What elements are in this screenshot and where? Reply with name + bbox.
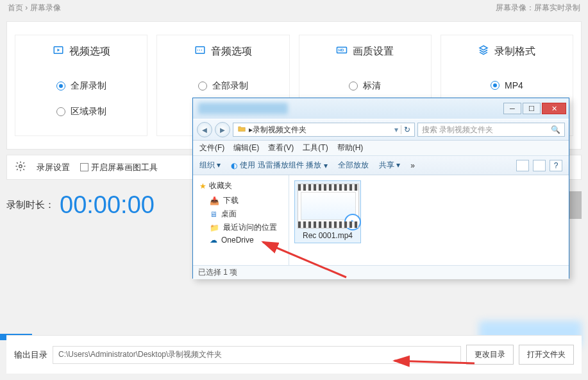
output-label: 输出目录	[14, 349, 47, 361]
desktop-icon: 🖥	[210, 210, 217, 219]
nav-bar: ◄ ► ▸ 录制视频文件夹 ▾ ↻ 搜索 录制视频文件夹 🔍	[193, 119, 569, 141]
svg-text:HD: HD	[339, 48, 344, 52]
hd-icon: HD	[336, 44, 348, 58]
radio-region[interactable]: 区域录制	[56, 106, 106, 117]
menu-view[interactable]: 查看(V)	[268, 142, 294, 153]
organize-menu[interactable]: 组织 ▾	[199, 160, 221, 171]
minimize-button[interactable]: ─	[503, 103, 521, 114]
menu-bar: 文件(F) 编辑(E) 查看(V) 工具(T) 帮助(H)	[193, 141, 569, 156]
dialog-title-blurred	[198, 103, 288, 114]
format-icon	[478, 44, 489, 58]
dialog-titlebar[interactable]: ─ ☐ ✕	[193, 98, 569, 119]
audio-icon	[194, 44, 206, 58]
video-thumbnail	[298, 184, 359, 229]
chevron-down-icon[interactable]: ▾	[392, 125, 401, 134]
explorer-dialog: ─ ☐ ✕ ◄ ► ▸ 录制视频文件夹 ▾ ↻ 搜索 录制视频文件夹 🔍 文件(…	[192, 98, 569, 279]
breadcrumb-home[interactable]: 首页	[8, 3, 23, 12]
video-options-card: 视频选项 全屏录制 区域录制	[15, 35, 147, 136]
sidebar-onedrive[interactable]: ☁ OneDrive	[210, 236, 286, 245]
explorer-sidebar: ★ 收藏夹 📥 下载 🖥 桌面 📁 最近访问的位置 ☁ OneDrive	[193, 175, 289, 265]
back-button[interactable]: ◄	[197, 122, 212, 137]
sidebar-desktop[interactable]: 🖥 桌面	[210, 209, 286, 220]
output-path-input[interactable]	[53, 346, 461, 364]
radio-audio-all[interactable]: 全部录制	[198, 80, 248, 92]
recent-icon: 📁	[210, 223, 219, 232]
maximize-button[interactable]: ☐	[523, 103, 541, 114]
play-overlay-icon	[344, 214, 361, 230]
status-bar: 已选择 1 项	[193, 265, 569, 279]
timer-label: 录制时长：	[6, 199, 55, 211]
menu-help[interactable]: 帮助(H)	[337, 142, 364, 153]
folder-icon	[237, 125, 246, 135]
output-row: 输出目录 更改目录 打开文件夹	[6, 335, 582, 374]
onedrive-icon: ☁	[210, 236, 217, 245]
breadcrumb-current: 屏幕录像	[30, 3, 61, 12]
menu-edit[interactable]: 编辑(E)	[233, 142, 259, 153]
video-icon	[53, 44, 64, 58]
refresh-icon[interactable]: ↻	[401, 125, 413, 134]
settings-label[interactable]: 录屏设置	[37, 162, 70, 173]
xunlei-play[interactable]: ◐ 使用 迅雷播放组件 播放 ▾	[231, 160, 328, 171]
radio-sd[interactable]: 标清	[349, 80, 381, 92]
search-box[interactable]: 搜索 录制视频文件夹 🔍	[417, 123, 565, 137]
help-button[interactable]: ?	[550, 160, 562, 171]
path-box[interactable]: ▸ 录制视频文件夹 ▾ ↻	[233, 123, 415, 137]
menu-file[interactable]: 文件(F)	[199, 142, 224, 153]
timer-value: 00:00:00	[60, 191, 155, 219]
svg-point-4	[19, 165, 22, 168]
downloads-icon: 📥	[210, 196, 219, 205]
preview-pane-button[interactable]	[533, 160, 546, 171]
file-item-selected[interactable]: Rec 0001.mp4	[294, 180, 361, 243]
explorer-toolbar: 组织 ▾ ◐ 使用 迅雷播放组件 播放 ▾ 全部放放 共享 ▾ » ?	[193, 156, 569, 175]
open-dir-button[interactable]: 打开文件夹	[519, 345, 574, 365]
favorites-group[interactable]: ★ 收藏夹	[199, 180, 286, 191]
breadcrumb: 首页 › 屏幕录像 屏幕录像：屏幕实时录制	[0, 0, 588, 16]
forward-button[interactable]: ►	[215, 122, 230, 137]
xunlei-icon: ◐	[231, 161, 237, 170]
close-button[interactable]: ✕	[542, 103, 566, 114]
sidebar-downloads[interactable]: 📥 下载	[210, 195, 286, 206]
menu-tools[interactable]: 工具(T)	[303, 142, 328, 153]
drawing-tool-checkbox[interactable]: 开启屏幕画图工具	[80, 162, 158, 173]
breadcrumb-right: 屏幕录像：屏幕实时录制	[496, 3, 580, 13]
radio-fullscreen[interactable]: 全屏录制	[56, 80, 106, 92]
share-menu[interactable]: 共享 ▾	[379, 160, 400, 171]
file-name: Rec 0001.mp4	[298, 231, 358, 240]
star-icon: ★	[199, 182, 206, 191]
view-mode-button[interactable]	[516, 160, 529, 171]
play-all[interactable]: 全部放放	[338, 160, 369, 171]
gear-icon	[15, 160, 26, 174]
radio-mp4[interactable]: MP4	[491, 80, 523, 91]
change-dir-button[interactable]: 更改目录	[466, 345, 514, 365]
file-area[interactable]: Rec 0001.mp4	[289, 175, 569, 265]
sidebar-recent[interactable]: 📁 最近访问的位置	[210, 222, 286, 233]
search-icon: 🔍	[551, 125, 560, 134]
